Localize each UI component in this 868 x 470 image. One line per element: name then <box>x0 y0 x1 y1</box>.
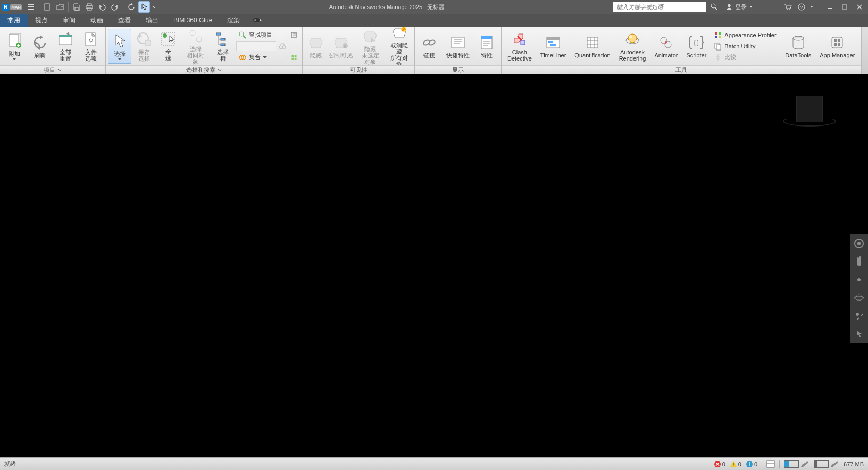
search-icon[interactable] <box>708 1 720 13</box>
app-logo[interactable]: NMAN <box>2 4 22 11</box>
selection-inspector-button[interactable] <box>288 30 300 40</box>
find-items-button[interactable]: 查找项目 <box>236 30 287 40</box>
help-icon[interactable]: ? <box>796 1 807 13</box>
select-all-button[interactable]: 全 选 <box>157 29 180 64</box>
scripter-button[interactable]: { } Scripter <box>682 29 710 64</box>
view-cube[interactable] <box>783 96 836 138</box>
selection-tree-button[interactable]: 选择 树 <box>211 29 235 64</box>
steering-wheel-icon[interactable] <box>853 237 865 250</box>
open-file-icon[interactable] <box>54 1 66 13</box>
sets-manage-icon <box>291 53 297 62</box>
select-same-icon <box>187 28 204 45</box>
status-sheet-icon[interactable] <box>766 460 775 468</box>
orbit-icon[interactable] <box>853 291 865 304</box>
svg-line-9 <box>715 7 717 10</box>
select-button[interactable]: 选择 <box>108 29 131 64</box>
links-button[interactable]: 链接 <box>417 29 441 64</box>
status-info[interactable]: i 0 <box>746 460 757 468</box>
qat-menu-icon[interactable] <box>25 1 37 13</box>
svg-text:i: i <box>749 461 750 467</box>
look-icon[interactable] <box>853 309 865 322</box>
status-warnings[interactable]: 0 <box>730 460 741 468</box>
svg-point-100 <box>733 465 734 466</box>
tree-icon <box>214 31 231 48</box>
tab-plugin-dropdown[interactable] <box>247 14 268 27</box>
unhide-all-button[interactable]: 取消隐藏 所有对象 <box>387 29 412 64</box>
svg-rect-51 <box>344 45 346 48</box>
file-options-button[interactable]: 文件 选项 <box>79 29 103 64</box>
datatools-button[interactable]: DataTools <box>781 29 815 64</box>
select-cursor-icon[interactable] <box>138 1 150 13</box>
svg-rect-103 <box>767 461 774 467</box>
reset-all-button[interactable]: 全部 重置 <box>53 29 78 64</box>
close-button[interactable] <box>853 1 866 13</box>
app-manager-button[interactable]: App Manager <box>816 29 858 64</box>
clash-detective-button[interactable]: Clash Detective <box>504 29 536 64</box>
titlebar: NMAN Autodesk Navisworks Manage 2025 无标题… <box>0 0 868 14</box>
quantification-button[interactable]: Quantification <box>571 29 614 64</box>
svg-rect-80 <box>719 32 721 35</box>
batch-utility-button[interactable]: Batch Utility <box>711 41 780 52</box>
new-file-icon[interactable] <box>41 1 53 13</box>
minimize-button[interactable] <box>823 1 836 13</box>
require-button: 强制可见 <box>328 29 354 64</box>
properties-button[interactable]: 特性 <box>474 29 499 64</box>
svg-point-97 <box>856 313 859 316</box>
ribbon-collapse-handle[interactable] <box>861 27 868 74</box>
svg-rect-16 <box>842 5 847 9</box>
tab-bim360[interactable]: BIM 360 Glue <box>166 14 220 27</box>
doc-name: 无标题 <box>427 4 445 10</box>
tab-output[interactable]: 输出 <box>138 14 166 27</box>
select-same-button: 选择 相同对象 <box>181 29 210 64</box>
svg-rect-84 <box>716 45 721 50</box>
help-dropdown-icon[interactable] <box>809 5 814 9</box>
zoom-icon[interactable] <box>853 273 865 286</box>
qat-dropdown-icon[interactable] <box>151 1 158 13</box>
status-memory: 677 MB <box>844 461 864 467</box>
quick-properties-button[interactable]: 快捷特性 <box>443 29 473 64</box>
binoculars-icon <box>278 42 287 51</box>
refresh-button[interactable]: 刷新 <box>28 29 52 64</box>
quick-access-toolbar: NMAN <box>0 1 161 13</box>
tab-home[interactable]: 常用 <box>0 14 28 27</box>
tab-render[interactable]: 渲染 <box>220 14 247 27</box>
append-button[interactable]: 附加 <box>2 29 27 64</box>
tab-viewpoint[interactable]: 视点 <box>28 14 55 27</box>
tab-animation[interactable]: 动画 <box>83 14 111 27</box>
autodesk-rendering-button[interactable]: Autodesk Rendering <box>615 29 650 64</box>
panel-select: 选择 保存 选择 全 选 选择 相同对象 选择 树 <box>106 27 303 74</box>
svg-rect-46 <box>292 55 294 57</box>
refresh-icon[interactable] <box>126 1 137 13</box>
viewport[interactable] <box>0 74 868 457</box>
panel-title-select[interactable]: 选择和搜索 <box>106 65 302 74</box>
svg-rect-2 <box>28 9 34 10</box>
svg-rect-88 <box>834 39 837 42</box>
select-nav-icon[interactable] <box>853 328 865 340</box>
hide-unselected-button: 隐藏 未选定对象 <box>355 29 385 64</box>
tab-view[interactable]: 查看 <box>111 14 138 27</box>
search-input[interactable] <box>613 2 706 12</box>
save-icon[interactable] <box>71 1 82 13</box>
timeliner-button[interactable]: TimeLiner <box>537 29 570 64</box>
animator-button[interactable]: Animator <box>650 29 681 64</box>
pan-icon[interactable] <box>853 255 865 268</box>
tab-review[interactable]: 审阅 <box>55 14 83 27</box>
print-icon[interactable] <box>84 1 95 13</box>
redo-icon[interactable] <box>109 1 121 13</box>
svg-rect-24 <box>59 35 72 37</box>
maximize-button[interactable] <box>838 1 851 13</box>
login-button[interactable]: 登录 <box>722 2 756 12</box>
svg-point-12 <box>789 9 790 10</box>
status-errors[interactable]: 0 <box>714 460 725 468</box>
svg-rect-81 <box>715 36 717 38</box>
undo-icon[interactable] <box>96 1 108 13</box>
appearance-profiler-button[interactable]: Appearance Profiler <box>711 30 780 40</box>
warning-icon <box>730 460 737 468</box>
svg-rect-65 <box>547 37 560 40</box>
cart-icon[interactable] <box>782 1 794 13</box>
svg-line-38 <box>243 36 246 38</box>
panel-title-project[interactable]: 项目 <box>0 65 105 74</box>
sets-button[interactable]: 集合 <box>236 52 287 63</box>
panel-title-display: 显示 <box>415 65 501 74</box>
sets-manage-button[interactable] <box>288 52 300 63</box>
